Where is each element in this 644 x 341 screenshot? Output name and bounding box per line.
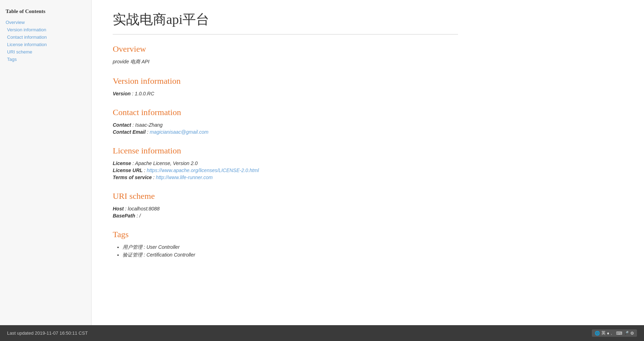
version-value: 1.0.0.RC [135,91,154,96]
sidebar-item-uri-scheme[interactable]: URI scheme [0,48,91,56]
contact-email-separator: : [147,129,150,135]
contact-value: Isaac-Zhang [135,122,163,128]
keyboard-icon: ⌨ [616,331,622,336]
contact-email-label: Contact Email [113,129,145,135]
section-version-information: Version information Version : 1.0.0.RC [113,76,458,96]
license-line: License : Apache License, Version 2.0 [113,160,458,166]
host-separator: : [125,206,128,211]
version-label: Version [113,91,131,96]
tag-item-0: 用户管理 : User Controller [123,244,458,251]
host-line: Host : localhost:8088 [113,206,458,211]
footer: Last updated 2019-11-07 16:50:11 CST 🌐 英… [0,325,644,341]
license-heading: License information [113,146,458,156]
license-url-label: License URL [113,168,143,173]
basepath-line: BasePath : / [113,213,458,219]
globe-icon: 🌐 [595,331,600,336]
section-tags: Tags 用户管理 : User Controller 验证管理 : Certi… [113,230,458,258]
section-uri-scheme: URI scheme Host : localhost:8088 BasePat… [113,191,458,219]
mic-icon: 🎤 [624,331,629,336]
sidebar-item-version-information[interactable]: Version information [0,26,91,33]
footer-symbol-2: 、 [611,330,615,336]
page-title: 实战电商api平台 [113,11,458,29]
section-overview: Overview provide 电商 API [113,44,458,65]
main-content: 实战电商api平台 Overview provide 电商 API Versio… [92,0,479,325]
uri-heading: URI scheme [113,191,458,201]
contact-email-link[interactable]: magicianisaac@gmail.com [150,129,209,135]
tag-item-1: 验证管理 : Certification Controller [123,252,458,258]
footer-icons: 🌐 英 ♦ 、 ⌨ 🎤 ⚙ [592,329,637,337]
version-line: Version : 1.0.0.RC [113,91,458,96]
gear-icon: ⚙ [630,331,634,336]
footer-last-updated: Last updated 2019-11-07 16:50:11 CST [7,330,88,336]
tags-heading: Tags [113,230,458,239]
tags-list: 用户管理 : User Controller 验证管理 : Certificat… [113,244,458,258]
sidebar-item-overview[interactable]: Overview [0,19,91,26]
section-contact-information: Contact information Contact : Isaac-Zhan… [113,108,458,135]
section-license-information: License information License : Apache Lic… [113,146,458,180]
contact-email-line: Contact Email : magicianisaac@gmail.com [113,129,458,135]
sidebar-item-license-information[interactable]: License information [0,41,91,48]
license-tos-label: Terms of service [113,175,152,180]
footer-right: 🌐 英 ♦ 、 ⌨ 🎤 ⚙ [592,329,637,337]
license-tos-line: Terms of service : http://www.life-runne… [113,175,458,180]
sidebar-item-contact-information[interactable]: Contact information [0,33,91,41]
overview-description: provide 电商 API [113,59,458,65]
basepath-value: / [139,213,141,219]
version-separator: : [132,91,135,96]
contact-label: Contact [113,122,131,128]
host-value: localhost:8088 [128,206,160,211]
contact-line: Contact : Isaac-Zhang [113,122,458,128]
version-heading: Version information [113,76,458,86]
sidebar-item-tags[interactable]: Tags [0,56,91,63]
footer-lang-label: 英 [601,330,606,336]
license-label: License [113,160,131,166]
sidebar-title: Table of Contents [0,6,91,19]
license-url-link[interactable]: https://www.apache.org/licenses/LICENSE-… [147,168,259,173]
divider [113,34,458,34]
host-label: Host [113,206,124,211]
contact-heading: Contact information [113,108,458,117]
footer-symbol-1: ♦ [607,331,609,336]
contact-separator: : [132,122,135,128]
basepath-label: BasePath [113,213,135,219]
sidebar: Table of Contents Overview Version infor… [0,0,92,325]
license-value: Apache License, Version 2.0 [135,160,198,166]
license-url-line: License URL : https://www.apache.org/lic… [113,168,458,173]
overview-heading: Overview [113,44,458,54]
license-tos-link[interactable]: http://www.life-runner.com [156,175,212,180]
